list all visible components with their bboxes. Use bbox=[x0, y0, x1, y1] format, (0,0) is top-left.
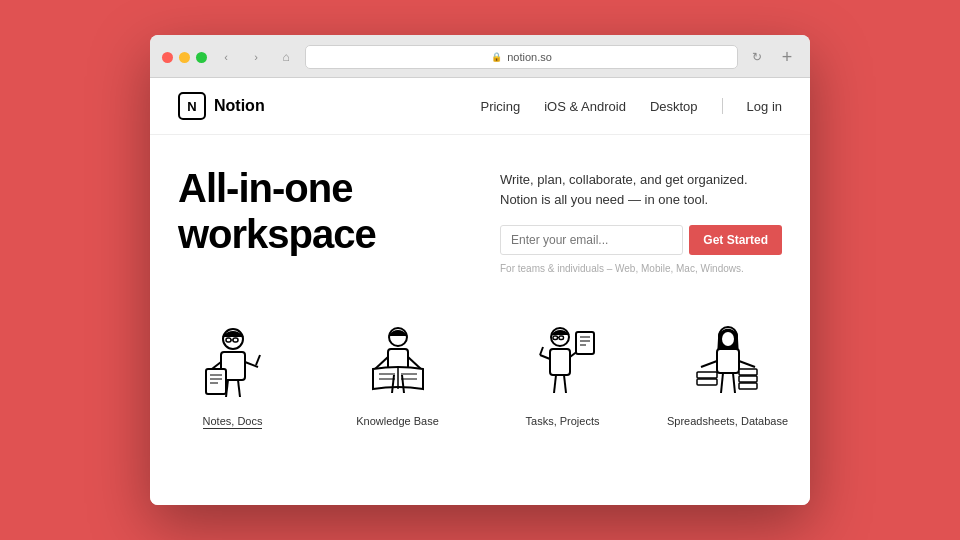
svg-line-43 bbox=[739, 361, 755, 367]
svg-line-37 bbox=[554, 375, 556, 393]
notes-docs-illustration bbox=[183, 312, 283, 407]
svg-line-49 bbox=[721, 373, 723, 393]
pricing-link[interactable]: Pricing bbox=[480, 99, 520, 114]
nav-links: Pricing iOS & Android Desktop Log in bbox=[480, 98, 782, 114]
svg-line-42 bbox=[701, 361, 717, 367]
hero-subtitle: Write, plan, collaborate, and get organi… bbox=[500, 170, 782, 209]
svg-rect-47 bbox=[739, 376, 757, 382]
svg-line-30 bbox=[540, 355, 550, 359]
new-tab-button[interactable]: + bbox=[776, 46, 798, 68]
email-input[interactable] bbox=[500, 225, 683, 255]
site-navigation: N Notion Pricing iOS & Android Desktop L… bbox=[150, 78, 810, 135]
svg-rect-7 bbox=[206, 369, 226, 394]
features-row: Notes, Docs bbox=[150, 294, 810, 441]
ios-android-link[interactable]: iOS & Android bbox=[544, 99, 626, 114]
notion-logo-icon[interactable]: N bbox=[178, 92, 206, 120]
back-button[interactable]: ‹ bbox=[215, 46, 237, 68]
browser-chrome: ‹ › ⌂ 🔒 notion.so ↻ + bbox=[150, 35, 810, 78]
nav-divider bbox=[722, 98, 723, 114]
browser-window: ‹ › ⌂ 🔒 notion.so ↻ + N Notion Pricing i… bbox=[150, 35, 810, 505]
svg-point-40 bbox=[722, 332, 734, 346]
email-form: Get Started bbox=[500, 225, 782, 255]
hero-section: All-in-one workspace Write, plan, collab… bbox=[150, 135, 810, 294]
forward-button[interactable]: › bbox=[245, 46, 267, 68]
spreadsheets-illustration bbox=[678, 312, 778, 407]
logo-area: N Notion bbox=[178, 92, 480, 120]
feature-knowledge-base[interactable]: Knowledge Base bbox=[315, 304, 480, 441]
feature-spreadsheets[interactable]: Spreadsheets, Database bbox=[645, 304, 810, 441]
svg-line-38 bbox=[564, 375, 566, 393]
login-link[interactable]: Log in bbox=[747, 99, 782, 114]
svg-rect-46 bbox=[739, 369, 757, 375]
hero-left: All-in-one workspace bbox=[178, 165, 460, 274]
svg-rect-41 bbox=[717, 349, 739, 373]
url-text: notion.so bbox=[507, 51, 552, 63]
notes-docs-label: Notes, Docs bbox=[203, 415, 263, 429]
refresh-button[interactable]: ↻ bbox=[746, 46, 768, 68]
desktop-link[interactable]: Desktop bbox=[650, 99, 698, 114]
get-started-button[interactable]: Get Started bbox=[689, 225, 782, 255]
lock-icon: 🔒 bbox=[491, 52, 502, 62]
svg-rect-48 bbox=[739, 383, 757, 389]
knowledge-base-label: Knowledge Base bbox=[356, 415, 439, 427]
knowledge-base-illustration bbox=[348, 312, 448, 407]
hero-title: All-in-one workspace bbox=[178, 165, 460, 257]
svg-rect-33 bbox=[576, 332, 594, 354]
svg-line-50 bbox=[733, 373, 735, 393]
website-content: N Notion Pricing iOS & Android Desktop L… bbox=[150, 78, 810, 505]
home-button[interactable]: ⌂ bbox=[275, 46, 297, 68]
svg-line-11 bbox=[256, 355, 260, 365]
tasks-projects-illustration bbox=[513, 312, 613, 407]
close-button[interactable] bbox=[162, 52, 173, 63]
svg-line-13 bbox=[238, 380, 240, 397]
minimize-button[interactable] bbox=[179, 52, 190, 63]
form-hint: For teams & individuals – Web, Mobile, M… bbox=[500, 263, 782, 274]
feature-tasks-projects[interactable]: Tasks, Projects bbox=[480, 304, 645, 441]
svg-line-31 bbox=[540, 347, 543, 355]
tasks-projects-label: Tasks, Projects bbox=[526, 415, 600, 427]
svg-rect-45 bbox=[697, 379, 717, 385]
svg-rect-29 bbox=[550, 349, 570, 375]
maximize-button[interactable] bbox=[196, 52, 207, 63]
address-bar[interactable]: 🔒 notion.so bbox=[305, 45, 738, 69]
site-logo-text[interactable]: Notion bbox=[214, 97, 265, 115]
spreadsheets-label: Spreadsheets, Database bbox=[667, 415, 788, 427]
hero-right: Write, plan, collaborate, and get organi… bbox=[500, 165, 782, 274]
traffic-lights bbox=[162, 52, 207, 63]
feature-notes-docs[interactable]: Notes, Docs bbox=[150, 304, 315, 441]
svg-rect-44 bbox=[697, 372, 717, 378]
